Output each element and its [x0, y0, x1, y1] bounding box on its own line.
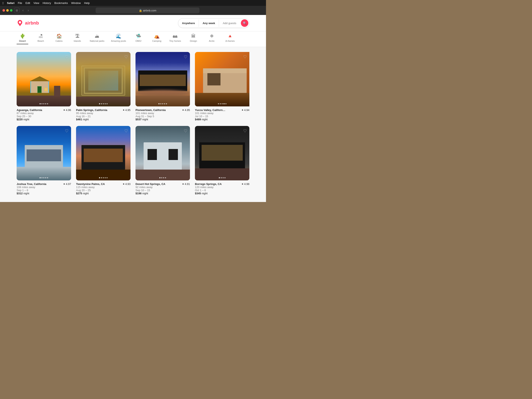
dot — [99, 177, 100, 178]
listing-card[interactable]: ♡ Palm Springs, California 95 miles away… — [76, 52, 131, 121]
listing-card[interactable]: ♡ Pioneertown, California 101 miles away… — [135, 52, 190, 121]
wishlist-heart-button[interactable]: ♡ — [124, 128, 128, 133]
listing-dates: Jul 10 – 15 — [195, 115, 225, 118]
wishlist-heart-button[interactable]: ♡ — [184, 128, 187, 133]
category-label-cabins: Cabins — [56, 40, 63, 42]
history-menu[interactable]: History — [43, 1, 51, 5]
wishlist-heart-button[interactable]: ♡ — [65, 54, 69, 59]
category-label-tiny_homes: Tiny homes — [169, 40, 181, 42]
listing-price: $275 night — [76, 192, 105, 195]
category-label-a_frames: A-frames — [226, 40, 235, 42]
listing-dots — [40, 103, 48, 104]
category-label-amazing_pools: Amazing pools — [111, 40, 126, 42]
rating-value: 4.98 — [244, 183, 249, 186]
listing-location: Palm Springs, California — [76, 108, 107, 112]
listing-details: Desert Hot Springs, CA 92 miles away Sep… — [135, 183, 165, 195]
listing-image: ♡ — [135, 52, 190, 106]
back-button[interactable]: ‹ — [21, 8, 25, 13]
category-label-arctic: Arctic — [209, 40, 215, 42]
category-label-islands: Islands — [74, 40, 81, 42]
listing-card[interactable]: ♡ Desert Hot Springs, CA 92 miles away S… — [135, 126, 190, 195]
add-guests-pill[interactable]: Add guests — [219, 19, 240, 27]
listing-card[interactable]: ♡ Yucca Valley, Californ… 101 miles away… — [195, 52, 249, 121]
listing-details: Borrego Springs, CA 120 miles away Oct 1… — [195, 183, 222, 195]
listing-dates: Oct 1 – 6 — [195, 189, 222, 192]
edit-menu[interactable]: Edit — [25, 1, 30, 5]
category-item-beach[interactable]: 🏖 Beach — [35, 34, 47, 44]
listing-image: ♡ — [76, 126, 131, 180]
dot — [222, 177, 224, 178]
airbnb-logo[interactable]: airbnb — [17, 20, 39, 26]
listing-info: Aguanga, California 87 miles away Sep 25… — [17, 108, 71, 121]
mac-menu-bar:  Safari File Edit View History Bookmark… — [0, 0, 266, 6]
listing-info: Pioneertown, California 101 miles away A… — [135, 108, 190, 121]
dot — [221, 177, 222, 178]
wishlist-heart-button[interactable]: ♡ — [184, 54, 187, 59]
listing-dates: Sep 25 – 30 — [17, 115, 42, 118]
bookmarks-menu[interactable]: Bookmarks — [54, 1, 68, 5]
address-bar[interactable]: 🔒 airbnb.com — [95, 7, 200, 13]
dot — [159, 177, 160, 178]
safari-menu[interactable]: Safari — [7, 1, 14, 5]
category-item-camping[interactable]: ⛺ Camping — [151, 34, 163, 44]
listing-info: Borrego Springs, CA 120 miles away Oct 1… — [195, 183, 249, 195]
category-item-design[interactable]: 🏛 Design — [188, 34, 199, 44]
wishlist-heart-button[interactable]: ♡ — [124, 54, 128, 59]
category-item-a_frames[interactable]: 🔺 A-frames — [224, 34, 236, 44]
close-button[interactable] — [2, 9, 5, 12]
window-menu[interactable]: Window — [71, 1, 81, 5]
category-item-national_parks[interactable]: ⛰ National parks — [90, 34, 104, 44]
sidebar-toggle-button[interactable]: ⊞ — [14, 8, 19, 13]
category-item-arctic[interactable]: ❄ Arctic — [206, 34, 218, 44]
dot — [107, 103, 108, 104]
dot — [103, 177, 104, 178]
wishlist-heart-button[interactable]: ♡ — [243, 54, 247, 59]
minimize-button[interactable] — [6, 9, 9, 12]
dot — [45, 103, 46, 104]
listing-rating: ★ 4.93 — [123, 183, 131, 186]
rating-value: 4.95 — [125, 108, 131, 112]
search-button[interactable]: 🔍 — [241, 19, 248, 27]
listing-location: Borrego Springs, CA — [195, 183, 222, 186]
listing-rating: ★ 4.96 — [63, 108, 71, 112]
dot — [224, 177, 226, 178]
wishlist-heart-button[interactable]: ♡ — [243, 128, 247, 133]
view-menu[interactable]: View — [33, 1, 39, 5]
airbnb-logo-icon — [17, 20, 23, 26]
dot — [162, 103, 163, 104]
category-label-camping: Camping — [152, 40, 161, 42]
category-item-amazing_pools[interactable]: 🌊 Amazing pools — [111, 34, 126, 44]
wishlist-heart-button[interactable]: ♡ — [65, 128, 69, 133]
category-item-islands[interactable]: 🏝 Islands — [71, 34, 83, 44]
file-menu[interactable]: File — [18, 1, 22, 5]
listing-details: Palm Springs, California 95 miles away A… — [76, 108, 107, 121]
category-item-cabins[interactable]: 🏠 Cabins — [53, 34, 65, 44]
listing-distance: 101 miles away — [135, 112, 166, 115]
listing-card[interactable]: ♡ Aguanga, California 87 miles away Sep … — [17, 52, 71, 121]
airbnb-page: airbnb Anywhere Any week Add guests 🔍 🌵 … — [0, 15, 266, 202]
dot — [101, 177, 102, 178]
category-label-desert: Desert — [19, 40, 26, 42]
forward-button[interactable]: › — [26, 8, 30, 13]
category-item-tiny_homes[interactable]: 🏘 Tiny homes — [169, 34, 181, 44]
listing-card[interactable]: ♡ Joshua Tree, California 108 miles away… — [17, 126, 71, 195]
category-icon-cabins: 🏠 — [56, 34, 62, 38]
any-week-pill[interactable]: Any week — [199, 19, 219, 27]
listing-card[interactable]: ♡ Borrego Springs, CA 120 miles away Oct… — [195, 126, 249, 195]
category-item-omg[interactable]: 🛸 OMG! — [133, 34, 144, 44]
category-icon-desert: 🌵 — [20, 34, 25, 38]
anywhere-pill[interactable]: Anywhere — [178, 19, 199, 27]
apple-menu-icon[interactable]:  — [2, 1, 4, 5]
listing-details: Aguanga, California 87 miles away Sep 25… — [17, 108, 42, 121]
help-menu[interactable]: Help — [84, 1, 90, 5]
dot — [164, 103, 165, 104]
category-item-desert[interactable]: 🌵 Desert — [17, 34, 28, 44]
dot — [40, 177, 41, 178]
lock-icon: 🔒 — [139, 9, 142, 12]
listing-card[interactable]: ♡ Twentynine Palms, CA 115 miles away Au… — [76, 126, 131, 195]
category-icon-tiny_homes: 🏘 — [173, 34, 177, 38]
logo-text: airbnb — [25, 20, 39, 26]
maximize-button[interactable] — [10, 9, 13, 12]
rating-value: 4.93 — [125, 183, 131, 186]
dot — [47, 177, 48, 178]
